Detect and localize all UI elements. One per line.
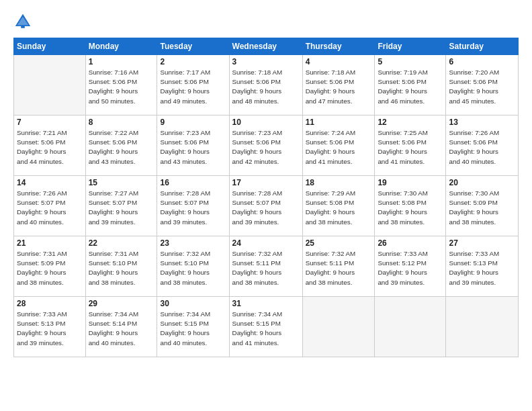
day-info: Sunrise: 7:23 AMSunset: 5:06 PMDaylight:… — [232, 128, 300, 167]
day-number: 8 — [89, 118, 154, 127]
header — [13, 12, 519, 31]
calendar-cell — [14, 55, 86, 116]
svg-rect-2 — [21, 26, 25, 28]
day-number: 31 — [232, 299, 300, 308]
day-number: 14 — [17, 178, 83, 187]
calendar-cell — [302, 297, 375, 357]
weekday-header: Friday — [375, 38, 446, 55]
day-info: Sunrise: 7:31 AMSunset: 5:09 PMDaylight:… — [17, 249, 83, 287]
day-info: Sunrise: 7:32 AMSunset: 5:10 PMDaylight:… — [160, 249, 226, 287]
calendar-cell: 16Sunrise: 7:28 AMSunset: 5:07 PMDayligh… — [157, 176, 229, 236]
day-number: 29 — [89, 299, 154, 308]
day-info: Sunrise: 7:18 AMSunset: 5:06 PMDaylight:… — [232, 68, 300, 106]
day-info: Sunrise: 7:31 AMSunset: 5:10 PMDaylight:… — [89, 249, 154, 287]
calendar-cell: 23Sunrise: 7:32 AMSunset: 5:10 PMDayligh… — [157, 236, 229, 297]
day-number: 27 — [449, 238, 515, 248]
day-number: 22 — [89, 238, 154, 248]
calendar-cell: 31Sunrise: 7:34 AMSunset: 5:15 PMDayligh… — [229, 297, 302, 357]
calendar-cell — [446, 297, 519, 357]
day-info: Sunrise: 7:34 AMSunset: 5:15 PMDaylight:… — [160, 310, 226, 348]
day-info: Sunrise: 7:33 AMSunset: 5:12 PMDaylight:… — [378, 249, 443, 287]
day-info: Sunrise: 7:30 AMSunset: 5:09 PMDaylight:… — [449, 189, 515, 227]
calendar-cell: 11Sunrise: 7:24 AMSunset: 5:06 PMDayligh… — [302, 116, 375, 176]
weekday-header: Saturday — [446, 38, 519, 55]
calendar-week-row: 28Sunrise: 7:33 AMSunset: 5:13 PMDayligh… — [14, 297, 519, 357]
day-info: Sunrise: 7:30 AMSunset: 5:08 PMDaylight:… — [378, 189, 443, 227]
calendar-cell: 30Sunrise: 7:34 AMSunset: 5:15 PMDayligh… — [157, 297, 229, 357]
day-info: Sunrise: 7:24 AMSunset: 5:06 PMDaylight:… — [306, 128, 372, 167]
day-number: 11 — [306, 118, 372, 127]
day-info: Sunrise: 7:28 AMSunset: 5:07 PMDaylight:… — [160, 189, 226, 227]
page: SundayMondayTuesdayWednesdayThursdayFrid… — [0, 0, 532, 411]
day-number: 23 — [160, 238, 226, 248]
calendar-cell: 3Sunrise: 7:18 AMSunset: 5:06 PMDaylight… — [229, 55, 302, 116]
weekday-header: Thursday — [302, 38, 375, 55]
calendar-table: SundayMondayTuesdayWednesdayThursdayFrid… — [13, 38, 519, 357]
day-info: Sunrise: 7:26 AMSunset: 5:07 PMDaylight:… — [17, 189, 83, 227]
day-info: Sunrise: 7:18 AMSunset: 5:06 PMDaylight:… — [306, 68, 372, 106]
calendar-week-row: 1Sunrise: 7:16 AMSunset: 5:06 PMDaylight… — [14, 55, 519, 116]
day-number: 19 — [378, 178, 443, 187]
calendar-cell: 25Sunrise: 7:32 AMSunset: 5:11 PMDayligh… — [302, 236, 375, 297]
day-number: 5 — [378, 57, 443, 66]
calendar-week-row: 14Sunrise: 7:26 AMSunset: 5:07 PMDayligh… — [14, 176, 519, 236]
day-info: Sunrise: 7:20 AMSunset: 5:06 PMDaylight:… — [449, 68, 515, 106]
calendar-cell: 18Sunrise: 7:29 AMSunset: 5:08 PMDayligh… — [302, 176, 375, 236]
calendar-cell: 13Sunrise: 7:26 AMSunset: 5:06 PMDayligh… — [446, 116, 519, 176]
day-number: 26 — [378, 238, 443, 248]
day-number: 24 — [232, 238, 300, 248]
weekday-header: Wednesday — [229, 38, 302, 55]
day-info: Sunrise: 7:33 AMSunset: 5:13 PMDaylight:… — [449, 249, 515, 287]
logo — [13, 12, 35, 31]
calendar-cell: 8Sunrise: 7:22 AMSunset: 5:06 PMDaylight… — [85, 116, 157, 176]
day-info: Sunrise: 7:19 AMSunset: 5:06 PMDaylight:… — [378, 68, 443, 106]
calendar-cell — [375, 297, 446, 357]
day-number: 17 — [232, 178, 300, 187]
day-info: Sunrise: 7:23 AMSunset: 5:06 PMDaylight:… — [160, 128, 226, 167]
day-info: Sunrise: 7:29 AMSunset: 5:08 PMDaylight:… — [306, 189, 372, 227]
calendar-cell: 10Sunrise: 7:23 AMSunset: 5:06 PMDayligh… — [229, 116, 302, 176]
logo-icon — [13, 12, 32, 31]
day-info: Sunrise: 7:26 AMSunset: 5:06 PMDaylight:… — [449, 128, 515, 167]
calendar-cell: 6Sunrise: 7:20 AMSunset: 5:06 PMDaylight… — [446, 55, 519, 116]
calendar-cell: 15Sunrise: 7:27 AMSunset: 5:07 PMDayligh… — [85, 176, 157, 236]
day-number: 21 — [17, 238, 83, 248]
calendar-cell: 12Sunrise: 7:25 AMSunset: 5:06 PMDayligh… — [375, 116, 446, 176]
day-number: 10 — [232, 118, 300, 127]
day-number: 16 — [160, 178, 226, 187]
calendar-cell: 26Sunrise: 7:33 AMSunset: 5:12 PMDayligh… — [375, 236, 446, 297]
day-number: 6 — [449, 57, 515, 66]
day-number: 12 — [378, 118, 443, 127]
day-number: 18 — [306, 178, 372, 187]
calendar-cell: 24Sunrise: 7:32 AMSunset: 5:11 PMDayligh… — [229, 236, 302, 297]
day-info: Sunrise: 7:28 AMSunset: 5:07 PMDaylight:… — [232, 189, 300, 227]
day-number: 3 — [232, 57, 300, 66]
day-info: Sunrise: 7:16 AMSunset: 5:06 PMDaylight:… — [89, 68, 154, 106]
day-info: Sunrise: 7:32 AMSunset: 5:11 PMDaylight:… — [306, 249, 372, 287]
day-number: 4 — [306, 57, 372, 66]
day-info: Sunrise: 7:33 AMSunset: 5:13 PMDaylight:… — [17, 310, 83, 348]
calendar-cell: 7Sunrise: 7:21 AMSunset: 5:06 PMDaylight… — [14, 116, 86, 176]
calendar-cell: 28Sunrise: 7:33 AMSunset: 5:13 PMDayligh… — [14, 297, 86, 357]
day-info: Sunrise: 7:32 AMSunset: 5:11 PMDaylight:… — [232, 249, 300, 287]
weekday-header: Tuesday — [157, 38, 229, 55]
weekday-header: Sunday — [14, 38, 86, 55]
calendar-cell: 5Sunrise: 7:19 AMSunset: 5:06 PMDaylight… — [375, 55, 446, 116]
calendar-cell: 1Sunrise: 7:16 AMSunset: 5:06 PMDaylight… — [85, 55, 157, 116]
calendar-cell: 4Sunrise: 7:18 AMSunset: 5:06 PMDaylight… — [302, 55, 375, 116]
calendar-cell: 20Sunrise: 7:30 AMSunset: 5:09 PMDayligh… — [446, 176, 519, 236]
calendar-cell: 29Sunrise: 7:34 AMSunset: 5:14 PMDayligh… — [85, 297, 157, 357]
day-number: 15 — [89, 178, 154, 187]
day-info: Sunrise: 7:34 AMSunset: 5:14 PMDaylight:… — [89, 310, 154, 348]
calendar-cell: 17Sunrise: 7:28 AMSunset: 5:07 PMDayligh… — [229, 176, 302, 236]
day-number: 20 — [449, 178, 515, 187]
day-info: Sunrise: 7:17 AMSunset: 5:06 PMDaylight:… — [160, 68, 226, 106]
day-info: Sunrise: 7:22 AMSunset: 5:06 PMDaylight:… — [89, 128, 154, 167]
day-number: 7 — [17, 118, 83, 127]
day-info: Sunrise: 7:25 AMSunset: 5:06 PMDaylight:… — [378, 128, 443, 167]
calendar-cell: 22Sunrise: 7:31 AMSunset: 5:10 PMDayligh… — [85, 236, 157, 297]
day-number: 30 — [160, 299, 226, 308]
calendar-cell: 9Sunrise: 7:23 AMSunset: 5:06 PMDaylight… — [157, 116, 229, 176]
day-number: 2 — [160, 57, 226, 66]
calendar-cell: 27Sunrise: 7:33 AMSunset: 5:13 PMDayligh… — [446, 236, 519, 297]
